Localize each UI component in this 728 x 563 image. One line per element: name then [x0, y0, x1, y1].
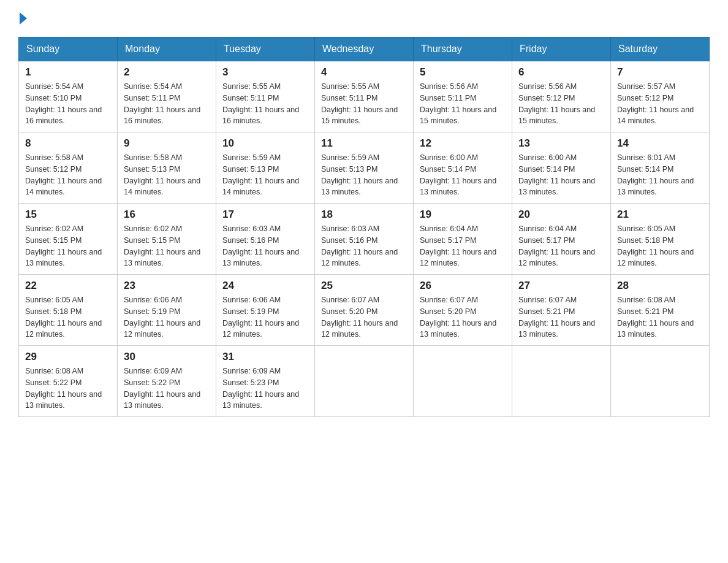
calendar-cell: 9 Sunrise: 5:58 AM Sunset: 5:13 PM Dayli… [118, 132, 216, 204]
daylight-label: Daylight: 11 hours and 13 minutes. [124, 248, 200, 268]
day-info: Sunrise: 6:07 AM Sunset: 5:21 PM Dayligh… [518, 294, 604, 340]
sunrise-label: Sunrise: 5:59 AM [321, 153, 379, 162]
day-number: 9 [124, 137, 210, 150]
daylight-label: Daylight: 11 hours and 16 minutes. [25, 105, 102, 126]
day-number: 3 [222, 66, 308, 79]
calendar-table: SundayMondayTuesdayWednesdayThursdayFrid… [18, 37, 710, 417]
day-number: 8 [25, 137, 111, 150]
day-number: 17 [222, 209, 308, 221]
day-info: Sunrise: 6:06 AM Sunset: 5:19 PM Dayligh… [124, 294, 210, 340]
daylight-label: Daylight: 11 hours and 12 minutes. [222, 319, 299, 339]
daylight-label: Daylight: 11 hours and 13 minutes. [420, 177, 496, 197]
day-info: Sunrise: 6:06 AM Sunset: 5:19 PM Dayligh… [222, 294, 308, 340]
sunrise-label: Sunrise: 6:09 AM [222, 367, 281, 375]
day-number: 23 [124, 280, 210, 292]
sunset-label: Sunset: 5:16 PM [321, 236, 377, 245]
calendar-cell: 18 Sunrise: 6:03 AM Sunset: 5:16 PM Dayl… [315, 204, 414, 275]
day-number: 29 [25, 351, 111, 363]
sunset-label: Sunset: 5:12 PM [617, 94, 673, 102]
sunrise-label: Sunrise: 6:09 AM [124, 367, 182, 375]
calendar-week-row: 29 Sunrise: 6:08 AM Sunset: 5:22 PM Dayl… [19, 346, 710, 417]
sunset-label: Sunset: 5:22 PM [124, 378, 180, 387]
day-number: 18 [321, 209, 407, 221]
calendar-cell: 23 Sunrise: 6:06 AM Sunset: 5:19 PM Dayl… [118, 275, 216, 346]
day-number: 15 [25, 209, 111, 221]
daylight-label: Daylight: 11 hours and 12 minutes. [124, 319, 200, 339]
sunset-label: Sunset: 5:12 PM [518, 94, 575, 102]
day-info: Sunrise: 6:02 AM Sunset: 5:15 PM Dayligh… [124, 223, 210, 269]
calendar-week-row: 15 Sunrise: 6:02 AM Sunset: 5:15 PM Dayl… [19, 204, 710, 275]
day-number: 5 [420, 66, 506, 79]
calendar-cell: 4 Sunrise: 5:55 AM Sunset: 5:11 PM Dayli… [315, 61, 414, 132]
sunrise-label: Sunrise: 6:03 AM [222, 224, 281, 233]
calendar-cell: 10 Sunrise: 5:59 AM Sunset: 5:13 PM Dayl… [216, 132, 315, 204]
sunrise-label: Sunrise: 5:56 AM [420, 82, 478, 91]
sunset-label: Sunset: 5:11 PM [321, 94, 377, 102]
daylight-label: Daylight: 11 hours and 13 minutes. [25, 390, 102, 410]
sunrise-label: Sunrise: 6:04 AM [518, 224, 577, 233]
day-of-week-header: Sunday [19, 37, 118, 61]
daylight-label: Daylight: 11 hours and 12 minutes. [617, 248, 694, 268]
sunrise-label: Sunrise: 5:54 AM [124, 82, 182, 91]
day-of-week-header: Tuesday [216, 37, 315, 61]
sunrise-label: Sunrise: 5:55 AM [222, 82, 281, 91]
day-info: Sunrise: 6:03 AM Sunset: 5:16 PM Dayligh… [222, 223, 308, 269]
calendar-cell: 7 Sunrise: 5:57 AM Sunset: 5:12 PM Dayli… [611, 61, 710, 132]
daylight-label: Daylight: 11 hours and 15 minutes. [420, 105, 496, 126]
calendar-cell: 24 Sunrise: 6:06 AM Sunset: 5:19 PM Dayl… [216, 275, 315, 346]
daylight-label: Daylight: 11 hours and 13 minutes. [222, 390, 299, 410]
calendar-cell: 27 Sunrise: 6:07 AM Sunset: 5:21 PM Dayl… [512, 275, 611, 346]
sunset-label: Sunset: 5:17 PM [420, 236, 476, 245]
day-info: Sunrise: 6:00 AM Sunset: 5:14 PM Dayligh… [518, 152, 604, 198]
sunrise-label: Sunrise: 6:04 AM [420, 224, 478, 233]
day-number: 12 [420, 137, 506, 150]
day-info: Sunrise: 6:04 AM Sunset: 5:17 PM Dayligh… [518, 223, 604, 269]
calendar-cell: 21 Sunrise: 6:05 AM Sunset: 5:18 PM Dayl… [611, 204, 710, 275]
calendar-cell [611, 346, 710, 417]
day-info: Sunrise: 6:00 AM Sunset: 5:14 PM Dayligh… [420, 152, 506, 198]
sunset-label: Sunset: 5:22 PM [25, 378, 82, 387]
day-of-week-header: Wednesday [315, 37, 414, 61]
daylight-label: Daylight: 11 hours and 16 minutes. [222, 105, 299, 126]
calendar-cell: 13 Sunrise: 6:00 AM Sunset: 5:14 PM Dayl… [512, 132, 611, 204]
day-number: 28 [617, 280, 703, 292]
daylight-label: Daylight: 11 hours and 14 minutes. [124, 177, 200, 197]
daylight-label: Daylight: 11 hours and 13 minutes. [518, 319, 595, 339]
sunrise-label: Sunrise: 6:02 AM [25, 224, 83, 233]
sunrise-label: Sunrise: 6:06 AM [124, 296, 182, 304]
calendar-header-row: SundayMondayTuesdayWednesdayThursdayFrid… [19, 37, 710, 61]
day-number: 10 [222, 137, 308, 150]
day-number: 1 [25, 66, 111, 79]
day-info: Sunrise: 5:58 AM Sunset: 5:12 PM Dayligh… [25, 152, 111, 198]
daylight-label: Daylight: 11 hours and 15 minutes. [321, 105, 398, 126]
sunrise-label: Sunrise: 5:54 AM [25, 82, 83, 91]
day-info: Sunrise: 5:59 AM Sunset: 5:13 PM Dayligh… [321, 152, 407, 198]
daylight-label: Daylight: 11 hours and 13 minutes. [617, 319, 694, 339]
sunset-label: Sunset: 5:16 PM [222, 236, 279, 245]
daylight-label: Daylight: 11 hours and 13 minutes. [222, 248, 299, 268]
day-number: 4 [321, 66, 407, 79]
day-info: Sunrise: 6:04 AM Sunset: 5:17 PM Dayligh… [420, 223, 506, 269]
sunset-label: Sunset: 5:23 PM [222, 378, 279, 387]
sunset-label: Sunset: 5:12 PM [25, 165, 82, 174]
sunset-label: Sunset: 5:10 PM [25, 94, 82, 102]
day-info: Sunrise: 6:03 AM Sunset: 5:16 PM Dayligh… [321, 223, 407, 269]
sunset-label: Sunset: 5:13 PM [124, 165, 180, 174]
day-info: Sunrise: 6:07 AM Sunset: 5:20 PM Dayligh… [420, 294, 506, 340]
day-info: Sunrise: 5:56 AM Sunset: 5:11 PM Dayligh… [420, 81, 506, 127]
sunrise-label: Sunrise: 6:06 AM [222, 296, 281, 304]
sunrise-label: Sunrise: 5:57 AM [617, 82, 675, 91]
daylight-label: Daylight: 11 hours and 12 minutes. [321, 319, 398, 339]
day-number: 26 [420, 280, 506, 292]
day-number: 16 [124, 209, 210, 221]
sunrise-label: Sunrise: 6:05 AM [25, 296, 83, 304]
day-info: Sunrise: 5:57 AM Sunset: 5:12 PM Dayligh… [617, 81, 703, 127]
calendar-cell: 30 Sunrise: 6:09 AM Sunset: 5:22 PM Dayl… [118, 346, 216, 417]
sunrise-label: Sunrise: 6:07 AM [518, 296, 577, 304]
sunset-label: Sunset: 5:20 PM [321, 307, 377, 316]
day-info: Sunrise: 5:55 AM Sunset: 5:11 PM Dayligh… [321, 81, 407, 127]
day-number: 22 [25, 280, 111, 292]
day-number: 31 [222, 351, 308, 363]
calendar-week-row: 22 Sunrise: 6:05 AM Sunset: 5:18 PM Dayl… [19, 275, 710, 346]
day-info: Sunrise: 6:09 AM Sunset: 5:22 PM Dayligh… [124, 366, 210, 412]
